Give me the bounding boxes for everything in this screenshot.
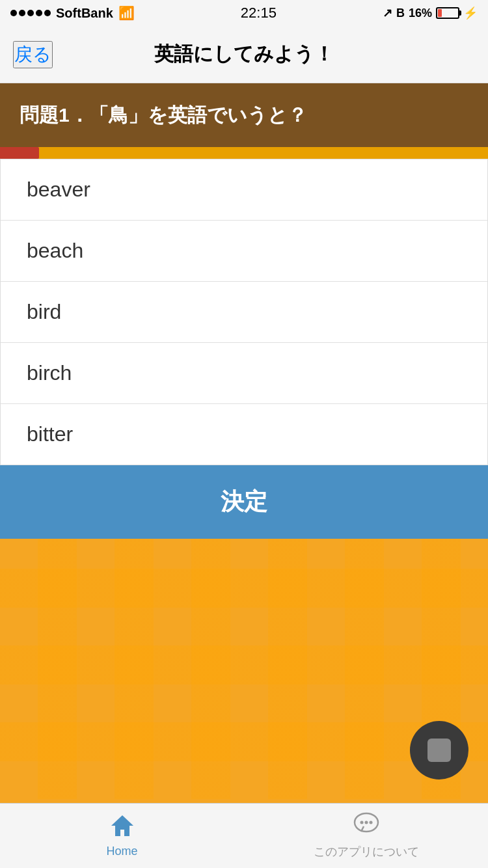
question-box: 問題1．「鳥」を英語でいうと？ <box>0 83 488 147</box>
option-item[interactable]: bird <box>1 282 487 343</box>
option-text-3: bird <box>27 300 61 324</box>
battery-icon <box>436 7 459 19</box>
home-icon <box>110 814 135 842</box>
time-display: 22:15 <box>241 5 277 21</box>
tab-about-label: このアプリについて <box>314 844 419 860</box>
tab-home-label: Home <box>106 845 137 858</box>
charge-icon: ⚡ <box>463 6 478 20</box>
nav-title: 英語にしてみよう！ <box>154 41 334 68</box>
status-right: ↗ B 16% ⚡ <box>383 6 478 20</box>
carrier-label: SoftBank <box>56 6 113 21</box>
tab-home[interactable]: Home <box>0 809 244 863</box>
stop-icon <box>427 739 451 762</box>
location-icon: ↗ <box>383 6 392 20</box>
tab-bar: Home このアプリについて <box>0 803 488 868</box>
option-text-5: bitter <box>27 422 73 446</box>
question-text: 問題1．「鳥」を英語でいうと？ <box>20 102 307 129</box>
svg-point-4 <box>369 821 372 824</box>
battery-percent: 16% <box>409 7 432 20</box>
progress-area <box>0 147 488 159</box>
float-stop-button[interactable] <box>410 721 468 780</box>
chat-icon <box>353 812 379 841</box>
option-text-4: birch <box>27 361 72 385</box>
svg-point-2 <box>360 821 363 824</box>
options-container: beaver beach bird birch bitter <box>0 159 488 465</box>
option-item[interactable]: birch <box>1 343 487 404</box>
svg-point-3 <box>364 821 368 824</box>
nav-bar: 戻る 英語にしてみよう！ <box>0 26 488 83</box>
svg-marker-0 <box>111 815 133 836</box>
option-text-2: beach <box>27 239 83 263</box>
back-button[interactable]: 戻る <box>13 41 53 68</box>
option-item[interactable]: bitter <box>1 404 487 465</box>
bluetooth-icon: B <box>396 7 405 20</box>
confirm-button[interactable]: 決定 <box>0 465 488 539</box>
tab-about[interactable]: このアプリについて <box>244 807 488 865</box>
option-item[interactable]: beach <box>1 221 487 282</box>
signal-dots <box>10 10 51 16</box>
status-left: SoftBank 📶 <box>10 5 135 21</box>
progress-bar <box>0 147 39 159</box>
background-area <box>0 539 488 799</box>
wifi-icon: 📶 <box>118 5 135 21</box>
option-item[interactable]: beaver <box>1 159 487 221</box>
option-text-1: beaver <box>27 178 90 202</box>
status-bar: SoftBank 📶 22:15 ↗ B 16% ⚡ <box>0 0 488 26</box>
